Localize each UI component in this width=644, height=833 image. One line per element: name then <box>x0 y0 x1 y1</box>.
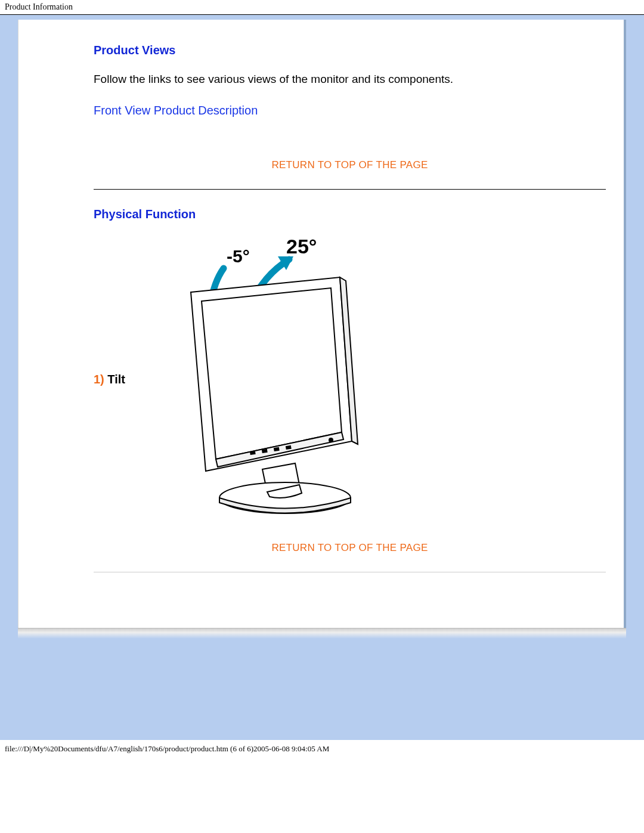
tilt-diagram: -5° 25° <box>167 236 405 524</box>
page-header: Product Information <box>0 0 644 15</box>
tilt-text: Tilt <box>107 373 125 386</box>
tilt-label: 1) Tilt <box>94 373 149 386</box>
page-header-title: Product Information <box>5 2 73 11</box>
link-return-top-1[interactable]: RETURN TO TOP OF THE PAGE <box>271 159 428 171</box>
product-views-intro: Follow the links to see various views of… <box>94 72 606 87</box>
footer: file:///D|/My%20Documents/dfu/A7/english… <box>0 740 644 760</box>
return-top-container-2: RETURN TO TOP OF THE PAGE <box>94 542 606 554</box>
svg-point-6 <box>329 438 333 442</box>
tilt-row: 1) Tilt -5° 25° <box>94 236 606 524</box>
angle-forward-label: 25° <box>286 236 317 258</box>
divider-2 <box>94 572 606 572</box>
footer-path: file:///D|/My%20Documents/dfu/A7/english… <box>5 744 329 753</box>
return-top-container-1: RETURN TO TOP OF THE PAGE <box>94 159 606 171</box>
link-return-top-2[interactable]: RETURN TO TOP OF THE PAGE <box>271 542 428 553</box>
page-background: Product Views Follow the links to see va… <box>0 15 644 740</box>
heading-physical-function: Physical Function <box>94 208 606 221</box>
blue-gap <box>0 639 644 740</box>
svg-rect-5 <box>286 446 291 449</box>
card-shadow <box>18 628 626 639</box>
svg-rect-3 <box>262 450 267 453</box>
link-front-view-description[interactable]: Front View Product Description <box>94 104 258 117</box>
content-card: Product Views Follow the links to see va… <box>18 20 626 628</box>
monitor-tilt-icon: -5° 25° <box>167 236 405 522</box>
page-body: Product Views Follow the links to see va… <box>18 20 624 628</box>
tilt-number: 1) <box>94 373 104 386</box>
svg-rect-4 <box>274 448 279 451</box>
divider-1 <box>94 189 606 190</box>
heading-product-views: Product Views <box>94 44 606 57</box>
angle-back-label: -5° <box>227 246 250 266</box>
svg-rect-2 <box>250 451 255 454</box>
